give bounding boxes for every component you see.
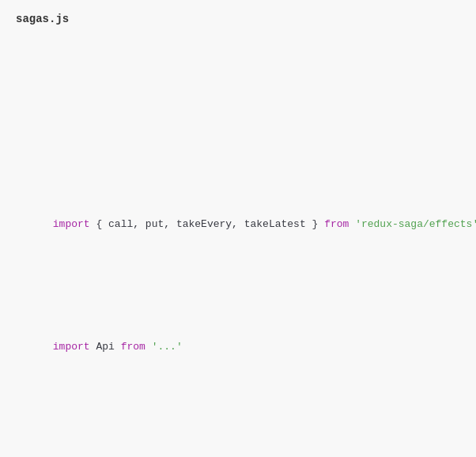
code-line-1 [16,111,460,128]
file-title: sagas.js [16,13,460,25]
code-block: import { call, put, takeEvery, takeLates… [16,41,460,457]
code-line-3: import Api from '...' [16,321,460,373]
code-line-4 [16,443,460,457]
code-line-2: import { call, put, takeEvery, takeLates… [16,198,460,251]
code-editor-container: sagas.js import { call, put, takeEvery, … [0,0,476,457]
